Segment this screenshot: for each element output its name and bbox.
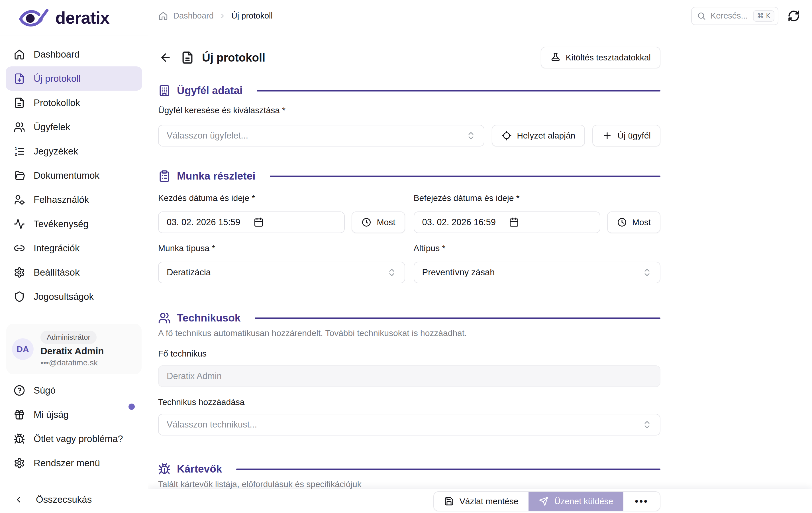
sidebar-item-label: Jegyzékek [34, 146, 78, 157]
work-type-value: Deratizácia [167, 267, 211, 278]
help-circle-icon [14, 385, 25, 396]
breadcrumb-home[interactable]: Dashboard [173, 11, 214, 21]
work-type-select[interactable]: Deratizácia [158, 262, 405, 283]
add-technician-select[interactable]: Válasszon technikust... [158, 414, 661, 435]
start-datetime-input[interactable]: 03. 02. 2026 15:59 [158, 211, 345, 233]
file-text-icon [14, 97, 25, 109]
activity-icon [14, 218, 25, 230]
plus-icon [602, 131, 612, 141]
refresh-button[interactable] [786, 8, 801, 23]
sidebar-item-label: Ötlet vagy probléma? [34, 433, 123, 444]
send-message-button[interactable]: Üzenet küldése [528, 492, 624, 511]
sidebar-item-feedback[interactable]: Ötlet vagy probléma? [6, 427, 142, 451]
sidebar-item-label: Súgó [34, 385, 56, 396]
main-technician-input: Deratix Admin [158, 365, 661, 387]
search-input[interactable]: Keresés... ⌘ K [691, 7, 778, 25]
send-icon [539, 496, 548, 506]
sidebar-item-label: Jogosultságok [34, 291, 94, 302]
shield-icon [14, 291, 25, 303]
save-draft-label: Vázlat mentése [460, 496, 519, 506]
sidebar-item-dashboard[interactable]: Dashboard [6, 42, 142, 66]
sidebar-item-new-protocol[interactable]: Új protokoll [6, 66, 142, 91]
brand-logo[interactable]: deratix [0, 0, 148, 36]
locate-icon [501, 131, 512, 141]
sidebar-item-documents[interactable]: Dokumentumok [6, 163, 142, 188]
section-title: Technikusok [177, 312, 240, 324]
sidebar-item-clients[interactable]: Ügyfelek [6, 115, 142, 139]
file-plus-icon [14, 73, 25, 84]
sidebar: deratix Dashboard Új protokoll Protokoll… [0, 0, 148, 513]
sidebar-item-label: Protokollok [34, 97, 80, 108]
by-location-label: Helyzet alapján [517, 131, 575, 141]
users-icon [14, 121, 25, 133]
search-shortcut-badge: ⌘ K [753, 10, 774, 22]
chevrons-up-down-icon [387, 267, 397, 277]
work-subtype-select[interactable]: Preventívny zásah [414, 262, 661, 283]
user-meta: Administrátor Deratix Admin •••@datatime… [40, 331, 104, 367]
pests-subtitle: Talált kártevők listája, előfordulásuk é… [158, 479, 661, 489]
bottom-action-bar: Vázlat mentése Üzenet küldése ••• [148, 489, 812, 513]
start-now-label: Most [377, 218, 395, 227]
sidebar-item-registries[interactable]: Jegyzékek [6, 139, 142, 163]
building-icon [158, 84, 171, 97]
app-window: deratix Dashboard Új protokoll Protokoll… [0, 0, 812, 513]
by-location-button[interactable]: Helyzet alapján [492, 125, 585, 146]
sidebar-item-label: Új protokoll [34, 73, 81, 84]
sidebar-item-whats-new[interactable]: Mi újság [6, 402, 142, 427]
end-datetime-input[interactable]: 03. 02. 2026 16:59 [414, 211, 600, 233]
clock-icon [361, 217, 372, 227]
calendar-icon [254, 217, 264, 227]
start-now-button[interactable]: Most [352, 211, 405, 233]
sidebar-item-label: Felhasználók [34, 194, 89, 205]
new-client-button[interactable]: Új ügyfél [592, 125, 661, 146]
sidebar-item-users[interactable]: Felhasználók [6, 188, 142, 212]
end-now-button[interactable]: Most [607, 211, 661, 233]
collapse-label: Összecsukás [36, 494, 92, 505]
sidebar-item-activity[interactable]: Tevékenység [6, 212, 142, 236]
sidebar-item-label: Beállítások [34, 267, 80, 278]
section-technicians-header: Technikusok [158, 312, 661, 324]
end-datetime-label: Befejezés dátuma és ideje * [414, 193, 661, 203]
link-icon [14, 243, 25, 254]
new-client-label: Új ügyfél [617, 131, 651, 141]
back-button[interactable] [158, 50, 173, 65]
clock-icon [617, 217, 627, 227]
start-datetime-value: 03. 02. 2026 15:59 [167, 217, 240, 227]
sidebar-item-settings[interactable]: Beállítások [6, 260, 142, 284]
breadcrumb-current: Új protokoll [231, 11, 273, 21]
sidebar-footer-nav: Súgó Mi újság Ötlet vagy probléma? Rends… [0, 374, 148, 475]
sidebar-item-system-menu[interactable]: Rendszer menü [6, 451, 142, 475]
section-divider-line [255, 317, 661, 319]
sidebar-item-protocols[interactable]: Protokollok [6, 91, 142, 115]
user-card[interactable]: DA Administrátor Deratix Admin •••@datat… [6, 324, 142, 374]
clipboard-icon [158, 170, 171, 182]
top-header: Dashboard Új protokoll Keresés... ⌘ K [148, 0, 812, 32]
home-icon [158, 11, 168, 21]
sidebar-item-help[interactable]: Súgó [6, 378, 142, 402]
main-area: Dashboard Új protokoll Keresés... ⌘ K [148, 0, 812, 513]
role-badge: Administrátor [40, 331, 96, 344]
sidebar-item-label: Rendszer menü [34, 458, 100, 468]
section-pests-header: Kártevők [158, 463, 661, 475]
send-message-label: Üzenet küldése [554, 496, 613, 506]
sidebar-collapse-button[interactable]: Összecsukás [0, 486, 148, 513]
fill-test-data-button[interactable]: Kitöltés tesztadatokkal [541, 47, 661, 68]
ellipsis-icon: ••• [635, 495, 648, 507]
sidebar-item-permissions[interactable]: Jogosultságok [6, 284, 142, 309]
save-icon [444, 496, 454, 506]
sidebar-item-label: Integrációk [34, 243, 80, 254]
client-select[interactable]: Válasszon ügyfelet... [158, 125, 484, 146]
save-draft-button[interactable]: Vázlat mentése [434, 492, 529, 511]
search-icon [697, 11, 706, 21]
section-title: Kártevők [177, 463, 222, 475]
sidebar-nav: Dashboard Új protokoll Protokollok Ügyfe… [0, 36, 148, 309]
more-actions-button[interactable]: ••• [624, 492, 660, 511]
chevron-left-icon [14, 495, 23, 505]
sidebar-item-integrations[interactable]: Integrációk [6, 236, 142, 260]
sidebar-item-label: Ügyfelek [34, 122, 70, 133]
technicians-subtitle: A fő technikus automatikusan hozzárendel… [158, 328, 661, 338]
start-datetime-label: Kezdés dátuma és ideje * [158, 193, 405, 203]
end-datetime-value: 03. 02. 2026 16:59 [422, 217, 496, 227]
calendar-icon [509, 217, 519, 227]
folder-open-icon [14, 170, 25, 181]
